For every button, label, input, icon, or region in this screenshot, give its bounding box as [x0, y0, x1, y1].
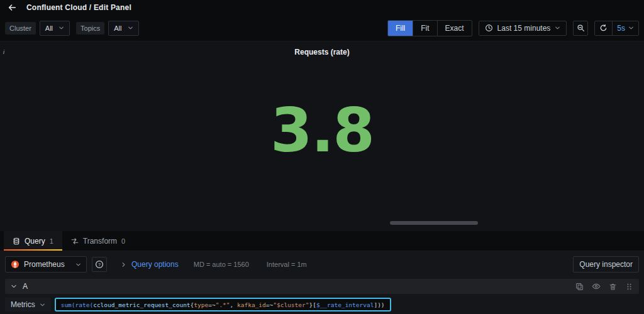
view-mode-exact-button[interactable]: Exact: [437, 21, 472, 36]
top-header: Confluent Cloud / Edit Panel: [0, 0, 644, 15]
chevron-down-icon: [75, 262, 81, 268]
query-token: type: [194, 301, 208, 308]
datasource-row: Prometheus ? Query options MD = auto = 1…: [5, 255, 639, 274]
back-arrow-icon[interactable]: [8, 3, 16, 12]
variable-cluster-label: Cluster: [5, 22, 36, 35]
question-circle-icon: ?: [95, 260, 104, 269]
query-token: ])): [374, 301, 384, 308]
query-token: kafka_id: [237, 301, 266, 308]
query-options-toggle[interactable]: Query options: [121, 260, 179, 269]
query-options-label: Query options: [131, 260, 179, 269]
query-token: sum(rate(: [61, 301, 93, 308]
drag-handle-icon[interactable]: [625, 283, 633, 291]
refresh-icon: [599, 24, 608, 32]
query-token: $__rate_interval: [316, 301, 374, 308]
variable-topics: Topics All: [76, 21, 138, 36]
tab-transform-count: 0: [121, 237, 125, 245]
refresh-interval-select[interactable]: 5s: [612, 21, 638, 35]
variable-cluster-value: All: [45, 24, 53, 32]
query-row-actions: [575, 282, 633, 291]
tab-transform-label: Transform: [83, 237, 117, 246]
variable-cluster: Cluster All: [5, 21, 70, 36]
query-token: =~: [266, 301, 273, 308]
tab-query[interactable]: Query 1: [4, 231, 62, 251]
tab-query-label: Query: [25, 237, 45, 246]
max-data-points: MD = auto = 1560: [194, 261, 249, 268]
time-range-picker[interactable]: Last 15 minutes: [479, 21, 567, 36]
clock-icon: [485, 24, 493, 32]
stat-value: 3.8: [270, 95, 374, 166]
query-token: ccloud_metric_request_count: [93, 301, 190, 308]
editor-tabs: Query 1 Transform 0: [0, 231, 644, 251]
view-mode-fit-button[interactable]: Fit: [413, 21, 436, 36]
promql-query: sum(rate(ccloud_metric_request_count{typ…: [61, 301, 385, 308]
page-title: Confluent Cloud / Edit Panel: [26, 3, 131, 12]
tab-transform[interactable]: Transform 0: [62, 231, 134, 251]
hide-query-button[interactable]: [592, 282, 601, 291]
metrics-dropdown[interactable]: Metrics: [5, 298, 51, 311]
query-options-summary: MD = auto = 1560 Interval = 1m: [194, 261, 307, 268]
datasource-help-button[interactable]: ?: [92, 257, 107, 272]
view-mode-group: Fill Fit Exact: [387, 20, 472, 36]
datasource-name: Prometheus: [24, 260, 65, 269]
query-token: }[: [309, 301, 316, 308]
metrics-dropdown-label: Metrics: [11, 300, 35, 309]
query-ref-id: A: [23, 282, 28, 291]
database-icon: [13, 237, 20, 245]
interval: Interval = 1m: [267, 261, 307, 268]
chevron-right-icon: [121, 262, 126, 268]
variable-topics-value: All: [114, 24, 121, 32]
magnifier-minus-icon: [577, 24, 585, 32]
variable-cluster-select[interactable]: All: [40, 21, 70, 36]
refresh-interval-label: 5s: [617, 24, 625, 33]
query-inspector-button[interactable]: Query inspector: [573, 256, 639, 273]
svg-text:?: ?: [98, 263, 101, 267]
chevron-down-icon: [555, 25, 560, 31]
view-mode-fill-button[interactable]: Fill: [388, 21, 413, 36]
query-token: ".*": [216, 301, 230, 308]
refresh-control: 5s: [594, 21, 639, 36]
dashboard-toolbar: Cluster All Topics All Fill Fit Exact: [0, 15, 644, 41]
chevron-down-icon: [11, 283, 17, 290]
chevron-down-icon: [128, 25, 133, 31]
chevron-down-icon: [628, 25, 634, 31]
datasource-picker[interactable]: Prometheus: [5, 256, 87, 273]
refresh-button[interactable]: [595, 21, 612, 35]
grafana-edit-panel: Confluent Cloud / Edit Panel Cluster All…: [0, 0, 644, 314]
chevron-down-icon: [58, 25, 64, 31]
variable-topics-label: Topics: [76, 22, 104, 35]
query-editor: Prometheus ? Query options MD = auto = 1…: [0, 251, 644, 314]
query-token: ,: [230, 301, 237, 308]
transform-icon: [71, 237, 79, 245]
panel-title[interactable]: Requests (rate): [0, 48, 644, 57]
duplicate-query-button[interactable]: [575, 283, 584, 291]
promql-query-input[interactable]: sum(rate(ccloud_metric_request_count{typ…: [55, 298, 391, 311]
delete-query-button[interactable]: [609, 283, 617, 291]
time-range-label: Last 15 minutes: [497, 24, 551, 33]
metrics-row: Metrics sum(rate(ccloud_metric_request_c…: [5, 298, 639, 311]
horizontal-scrollbar[interactable]: [390, 221, 478, 225]
query-row-header[interactable]: A: [5, 279, 639, 294]
tab-query-count: 1: [50, 237, 53, 245]
zoom-out-button[interactable]: [573, 21, 588, 36]
variable-topics-select[interactable]: All: [108, 21, 138, 36]
query-token: =~: [208, 301, 215, 308]
toolbar-right-group: Fill Fit Exact Last 15 minutes: [387, 20, 639, 36]
prometheus-icon: [11, 260, 19, 269]
chevron-down-icon: [40, 302, 45, 308]
panel-preview: i Requests (rate) 3.8: [0, 41, 644, 231]
query-token: "$cluster": [273, 301, 309, 308]
